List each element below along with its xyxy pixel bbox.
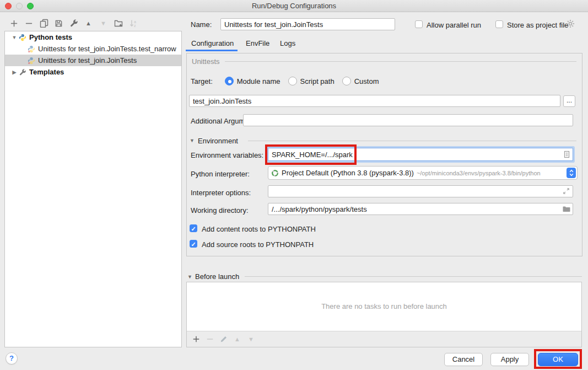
additional-arguments-input[interactable] xyxy=(243,114,573,126)
browse-button[interactable]: ... xyxy=(563,95,575,107)
svg-text:z: z xyxy=(134,24,136,28)
move-down-icon: ▼ xyxy=(96,18,111,29)
chevron-right-icon[interactable]: ▶ xyxy=(10,69,18,75)
environment-variables-input[interactable] xyxy=(268,148,573,161)
radio-script-path[interactable]: Script path xyxy=(288,77,335,85)
tab-envfile[interactable]: EnvFile xyxy=(246,39,269,47)
unittests-group-title: Unittests xyxy=(192,57,220,66)
env-variables-list-icon[interactable] xyxy=(562,150,571,159)
conda-environment-icon xyxy=(271,169,279,177)
tree-group-templates[interactable]: ▶ Templates xyxy=(5,66,181,78)
python-interpreter-select[interactable]: Project Default (Python 3.8 (pyspark-3.8… xyxy=(268,166,578,180)
cancel-button[interactable]: Cancel xyxy=(444,353,483,366)
python-icon xyxy=(18,33,27,42)
move-task-up-icon: ▲ xyxy=(230,334,244,345)
active-tab-indicator xyxy=(186,50,238,51)
expand-field-icon[interactable] xyxy=(562,187,571,196)
radio-icon[interactable] xyxy=(288,77,297,85)
python-test-icon xyxy=(27,45,36,53)
chevron-down-icon[interactable]: ▼ xyxy=(187,274,192,280)
interpreter-options-label: Interpreter options: xyxy=(191,189,251,197)
python-interpreter-label: Python interpreter: xyxy=(191,170,250,178)
radio-icon[interactable] xyxy=(342,77,351,85)
gear-icon[interactable] xyxy=(566,19,575,28)
new-folder-icon[interactable] xyxy=(111,18,126,29)
working-directory-input[interactable] xyxy=(268,203,573,215)
group-separator xyxy=(245,276,582,277)
working-directory-label: Working directory: xyxy=(191,206,249,215)
before-launch-task-list[interactable]: There are no tasks to run before launch xyxy=(187,282,581,331)
save-configuration-icon[interactable] xyxy=(51,18,66,29)
radio-label: Script path xyxy=(300,77,335,85)
tree-item-label: Templates xyxy=(29,68,64,76)
target-row: Target: Module name Script path Custom xyxy=(191,77,386,85)
tree-item-unittests-jointests-selected[interactable]: Unittests for test_join.JoinTests xyxy=(5,55,181,66)
tree-item-label: Python tests xyxy=(29,33,72,41)
tree-item-label: Unittests for test_join.JoinTests.test_n… xyxy=(38,45,176,53)
before-launch-empty-message: There are no tasks to run before launch xyxy=(187,302,581,310)
run-debug-configurations-dialog: Run/Debug Configurations ▲ ▼ az ▼ xyxy=(0,0,588,370)
add-content-roots-checkbox[interactable]: ✓ xyxy=(190,224,197,232)
edit-task-icon xyxy=(217,334,230,345)
radio-label: Module name xyxy=(237,77,280,85)
radio-selected-icon[interactable] xyxy=(225,77,234,85)
move-task-down-icon: ▼ xyxy=(244,334,258,345)
add-configuration-icon[interactable] xyxy=(7,18,21,29)
ok-button[interactable]: OK xyxy=(538,353,578,366)
target-input[interactable] xyxy=(189,95,560,107)
environment-variables-label: Environment variables: xyxy=(191,151,263,159)
group-separator xyxy=(225,61,576,62)
tab-logs[interactable]: Logs xyxy=(280,39,295,47)
radio-module-name[interactable]: Module name xyxy=(225,77,280,85)
help-button[interactable]: ? xyxy=(6,352,18,364)
tab-configuration[interactable]: Configuration xyxy=(191,39,234,47)
apply-button[interactable]: Apply xyxy=(490,353,529,366)
tree-item-unittests-test-narrow[interactable]: Unittests for test_join.JoinTests.test_n… xyxy=(5,43,181,55)
before-launch-toolbar: ▲ ▼ xyxy=(189,334,258,345)
radio-label: Custom xyxy=(354,77,379,85)
name-label: Name: xyxy=(191,20,212,29)
target-label: Target: xyxy=(191,77,213,85)
environment-group-title: Environment xyxy=(198,137,238,145)
store-as-project-file-label: Store as project file xyxy=(507,21,568,29)
window-title: Run/Debug Configurations xyxy=(0,2,588,10)
remove-task-icon xyxy=(203,334,217,345)
before-launch-panel: There are no tasks to run before launch … xyxy=(186,282,582,347)
configurations-tree: ▼ Python tests Unittests for test_join.J… xyxy=(4,31,182,347)
chevron-down-icon[interactable]: ▼ xyxy=(190,138,195,143)
python-test-icon xyxy=(27,56,36,65)
move-up-icon[interactable]: ▲ xyxy=(81,18,96,29)
group-separator xyxy=(248,141,576,141)
tree-item-label: Unittests for test_join.JoinTests xyxy=(38,56,137,65)
dropdown-stepper-icon[interactable] xyxy=(567,168,576,178)
python-interpreter-path: ~/opt/miniconda3/envs/pyspark-3.8/bin/py… xyxy=(417,170,541,176)
folder-icon[interactable] xyxy=(562,205,571,213)
python-interpreter-value: Project Default (Python 3.8 (pyspark-3.8… xyxy=(282,169,414,177)
sort-configurations-icon: az xyxy=(126,18,141,29)
interpreter-options-input[interactable] xyxy=(268,185,573,197)
before-launch-title: Before launch xyxy=(195,272,239,281)
allow-parallel-run-label: Allow parallel run xyxy=(427,21,481,29)
copy-configuration-icon[interactable] xyxy=(36,18,51,29)
allow-parallel-run-checkbox[interactable] xyxy=(415,20,423,28)
wrench-icon xyxy=(18,68,27,77)
store-as-project-file-checkbox[interactable] xyxy=(495,20,503,28)
edit-templates-icon[interactable] xyxy=(66,18,81,29)
chevron-down-icon[interactable]: ▼ xyxy=(10,35,18,40)
name-input[interactable] xyxy=(220,18,395,30)
add-task-icon[interactable] xyxy=(189,334,203,345)
svg-text:a: a xyxy=(134,20,136,24)
add-source-roots-label: Add source roots to PYTHONPATH xyxy=(202,240,314,249)
title-bar: Run/Debug Configurations xyxy=(0,0,588,12)
remove-configuration-icon[interactable] xyxy=(21,18,36,29)
radio-custom[interactable]: Custom xyxy=(342,77,379,85)
configurations-toolbar: ▲ ▼ az xyxy=(7,17,141,29)
add-content-roots-label: Add content roots to PYTHONPATH xyxy=(202,225,316,233)
tree-group-python-tests[interactable]: ▼ Python tests xyxy=(5,31,181,43)
add-source-roots-checkbox[interactable]: ✓ xyxy=(190,240,197,248)
